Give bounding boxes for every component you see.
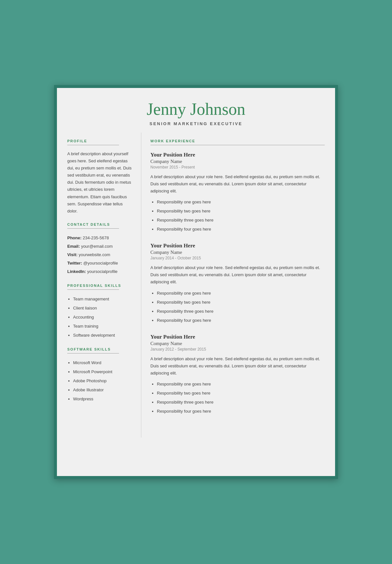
phone-label: Phone: <box>67 235 82 240</box>
job-description: A brief description about your role here… <box>150 355 325 377</box>
professional-skills-divider <box>67 289 119 290</box>
resume-header: Jenny Johnson SENIOR MARKETING EXECUTIVE <box>57 88 335 133</box>
job-block: Your Position Here Company Name January … <box>150 243 325 324</box>
job-company: Company Name <box>150 341 325 346</box>
job-company: Company Name <box>150 250 325 255</box>
software-skills-label: SOFTWARE SKILLS <box>67 347 133 351</box>
job-dates: November 2015 - Present <box>150 165 325 169</box>
left-column: PROFILE A brief description about yourse… <box>57 133 141 438</box>
list-item: Responsibility one goes here <box>157 289 325 298</box>
software-skills-list: Microsoft WordMicrosoft PowerpointAdobe … <box>67 359 133 403</box>
phone-value: 234-235-5678 <box>83 235 109 240</box>
professional-skills-label: PROFESSIONAL SKILLS <box>67 284 133 287</box>
list-item: Team management <box>73 295 133 303</box>
list-item: Responsibility four goes here <box>157 225 325 233</box>
work-experience-divider <box>150 145 325 145</box>
twitter-value: @yoursocialprofile <box>83 261 118 266</box>
contact-divider <box>67 228 119 229</box>
contact-phone: Phone: 234-235-5678 <box>67 234 133 242</box>
twitter-label: Twitter: <box>67 261 82 266</box>
list-item: Responsibility three goes here <box>157 398 325 407</box>
job-position: Your Position Here <box>150 152 325 158</box>
professional-skills-list: Team managementClient liaisonAccountingT… <box>67 295 133 340</box>
profile-section: PROFILE A brief description about yourse… <box>67 139 133 215</box>
list-item: Software development <box>73 331 133 340</box>
list-item: Adobe Photoshop <box>73 377 133 385</box>
list-item: Team training <box>73 322 133 331</box>
job-description: A brief description about your role here… <box>150 173 325 195</box>
contact-label: CONTACT DETAILS <box>67 222 133 226</box>
contact-block: Phone: 234-235-5678 Email: your@email.co… <box>67 234 133 276</box>
job-responsibilities: Responsibility one goes hereResponsibili… <box>150 380 325 416</box>
candidate-title: SENIOR MARKETING EXECUTIVE <box>70 121 322 126</box>
job-position: Your Position Here <box>150 334 325 340</box>
linkedin-value: yoursocialprofile <box>87 269 117 274</box>
list-item: Responsibility three goes here <box>157 307 325 316</box>
job-block: Your Position Here Company Name November… <box>150 152 325 233</box>
visit-value: yourwebsite.com <box>79 252 110 257</box>
body-layout: PROFILE A brief description about yourse… <box>57 133 335 438</box>
jobs-container: Your Position Here Company Name November… <box>150 152 325 416</box>
job-dates: January 2012 - September 2015 <box>150 347 325 352</box>
software-skills-divider <box>67 353 119 353</box>
resume-document: Jenny Johnson SENIOR MARKETING EXECUTIVE… <box>57 88 335 476</box>
list-item: Microsoft Powerpoint <box>73 368 133 376</box>
job-company: Company Name <box>150 159 325 164</box>
contact-visit: Visit: yourwebsite.com <box>67 251 133 259</box>
list-item: Microsoft Word <box>73 359 133 367</box>
profile-label: PROFILE <box>67 139 133 143</box>
profile-divider <box>67 145 119 145</box>
list-item: Client liaison <box>73 304 133 312</box>
profile-text: A brief description about yourself goes … <box>67 150 133 215</box>
outer-border: Jenny Johnson SENIOR MARKETING EXECUTIVE… <box>54 85 338 479</box>
job-block: Your Position Here Company Name January … <box>150 334 325 416</box>
list-item: Responsibility two goes here <box>157 389 325 397</box>
list-item: Wordpress <box>73 395 133 403</box>
email-value: your@email.com <box>81 244 113 249</box>
candidate-name: Jenny Johnson <box>70 100 322 119</box>
list-item: Responsibility two goes here <box>157 207 325 215</box>
email-label: Email: <box>67 244 80 249</box>
linkedin-label: LinkedIn: <box>67 269 86 274</box>
visit-label: Visit: <box>67 252 78 257</box>
list-item: Accounting <box>73 313 133 321</box>
contact-linkedin: LinkedIn: yoursocialprofile <box>67 267 133 276</box>
job-position: Your Position Here <box>150 243 325 249</box>
list-item: Responsibility four goes here <box>157 407 325 416</box>
job-responsibilities: Responsibility one goes hereResponsibili… <box>150 198 325 233</box>
contact-twitter: Twitter: @yoursocialprofile <box>67 259 133 267</box>
professional-skills-section: PROFESSIONAL SKILLS Team managementClien… <box>67 284 133 340</box>
contact-section: CONTACT DETAILS Phone: 234-235-5678 Emai… <box>67 222 133 276</box>
job-responsibilities: Responsibility one goes hereResponsibili… <box>150 289 325 325</box>
work-experience-label: WORK EXPERIENCE <box>150 139 325 143</box>
contact-email: Email: your@email.com <box>67 242 133 251</box>
job-dates: January 2014 - October 2015 <box>150 256 325 260</box>
list-item: Adobe Illustrator <box>73 386 133 394</box>
job-description: A brief description about your role here… <box>150 264 325 286</box>
list-item: Responsibility three goes here <box>157 216 325 224</box>
list-item: Responsibility four goes here <box>157 316 325 325</box>
list-item: Responsibility one goes here <box>157 198 325 206</box>
list-item: Responsibility one goes here <box>157 380 325 388</box>
software-skills-section: SOFTWARE SKILLS Microsoft WordMicrosoft … <box>67 347 133 403</box>
right-column: WORK EXPERIENCE Your Position Here Compa… <box>141 133 335 438</box>
list-item: Responsibility two goes here <box>157 298 325 307</box>
